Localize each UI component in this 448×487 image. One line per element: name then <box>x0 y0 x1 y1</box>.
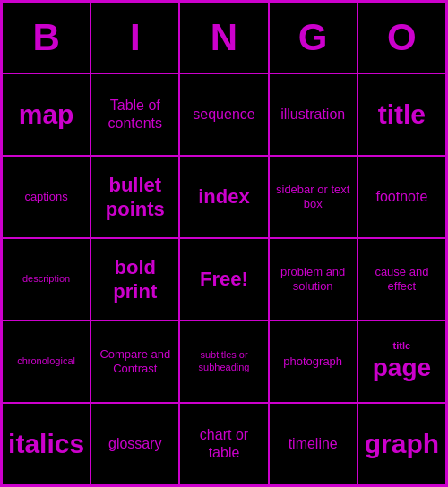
cell-24: graph <box>358 403 446 485</box>
cell-9: footnote <box>358 156 446 238</box>
cell-3: illustration <box>269 73 358 156</box>
header-N: N <box>179 2 268 73</box>
cell-17: subtitles or subheading <box>179 320 268 403</box>
cell-18: photograph <box>269 320 358 403</box>
header-G: G <box>269 2 358 73</box>
header-O: O <box>358 2 446 73</box>
cell-1: Table of contents <box>90 73 179 156</box>
cell-8: sidebar or text box <box>269 156 358 238</box>
cell-21: glossary <box>90 403 179 485</box>
cell-7: index <box>179 156 268 238</box>
cell-15: chronological <box>2 320 90 403</box>
bingo-board: BINGOmapTable of contentssequenceillustr… <box>0 0 448 487</box>
cell-4: title <box>358 73 446 156</box>
header-I: I <box>90 2 179 73</box>
cell-10: description <box>2 238 90 320</box>
cell-5: captions <box>2 156 90 238</box>
cell-22: chart or table <box>179 403 268 485</box>
cell-14: cause and effect <box>358 238 446 320</box>
cell-2: sequence <box>179 73 268 156</box>
cell-11: bold print <box>90 238 179 320</box>
cell-23: timeline <box>269 403 358 485</box>
cell-6: bullet points <box>90 156 179 238</box>
cell-13: problem and solution <box>269 238 358 320</box>
cell-20: italics <box>2 403 90 485</box>
cell-19: titlepage <box>358 320 446 403</box>
cell-12: Free! <box>179 238 268 320</box>
header-B: B <box>2 2 90 73</box>
cell-0: map <box>2 73 90 156</box>
cell-16: Compare and Contrast <box>90 320 179 403</box>
